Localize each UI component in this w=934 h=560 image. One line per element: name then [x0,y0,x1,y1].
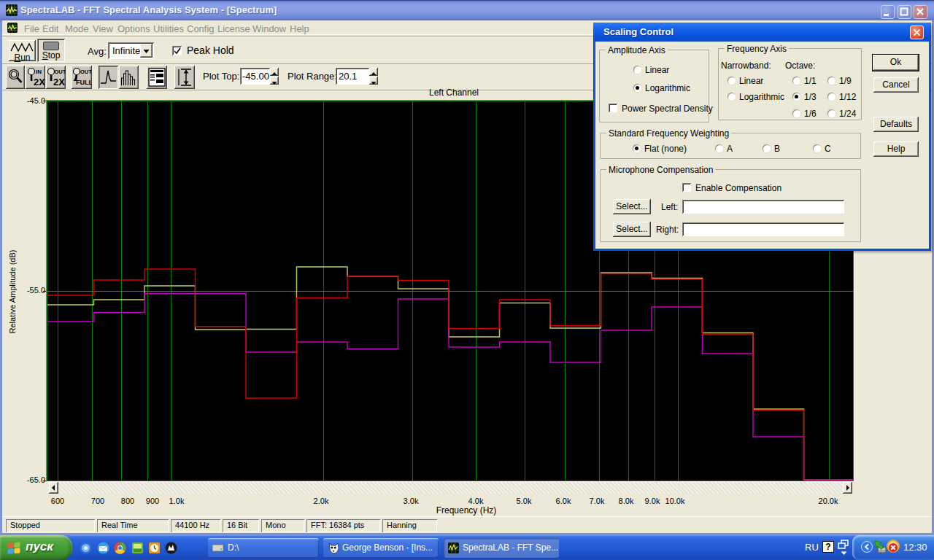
svg-text:OUT: OUT [55,69,66,75]
svg-text:2X: 2X [34,77,45,88]
svg-text:IN: IN [36,69,42,75]
svg-text:OUT: OUT [80,69,92,75]
svg-text:2X: 2X [53,77,65,88]
svg-text:FULL: FULL [76,79,92,86]
